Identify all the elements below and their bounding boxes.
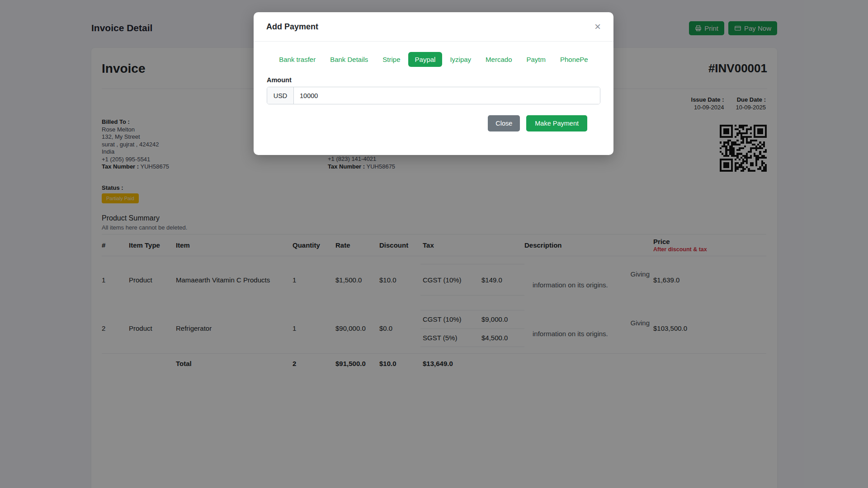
payment-method-tabs: Bank trasferBank DetailsStripePaypalIyzi… xyxy=(267,52,600,67)
modal-header: Add Payment × xyxy=(254,12,613,42)
make-payment-button[interactable]: Make Payment xyxy=(526,115,587,131)
tab-paypal[interactable]: Paypal xyxy=(408,52,443,67)
page: Invoice Detail Print Pay Now xyxy=(0,0,868,488)
tab-stripe[interactable]: Stripe xyxy=(376,52,407,67)
tab-paytm[interactable]: Paytm xyxy=(519,52,552,67)
modal-body: Bank trasferBank DetailsStripePaypalIyzi… xyxy=(254,42,613,131)
close-button[interactable]: Close xyxy=(488,115,520,131)
tab-bank-details[interactable]: Bank Details xyxy=(323,52,375,67)
amount-input-group: USD xyxy=(267,87,600,104)
currency-prefix: USD xyxy=(267,87,294,104)
amount-label: Amount xyxy=(267,76,600,84)
modal-title: Add Payment xyxy=(266,22,318,32)
tab-phonepe[interactable]: PhonePe xyxy=(553,52,595,67)
tab-iyzipay[interactable]: Iyzipay xyxy=(443,52,478,67)
amount-input[interactable] xyxy=(294,87,600,104)
modal-footer: Close Make Payment xyxy=(267,104,600,131)
close-icon[interactable]: × xyxy=(594,21,601,32)
tab-mercado[interactable]: Mercado xyxy=(479,52,519,67)
tab-bank-trasfer[interactable]: Bank trasfer xyxy=(272,52,322,67)
add-payment-modal: Add Payment × Bank trasferBank DetailsSt… xyxy=(254,12,613,155)
